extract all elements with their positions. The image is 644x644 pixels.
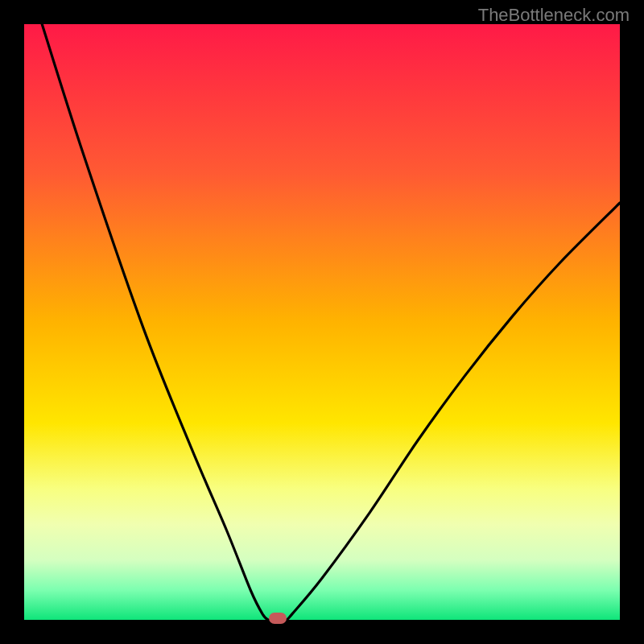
watermark-text: TheBottleneck.com [478,5,630,26]
bottleneck-curve [24,24,620,620]
plot-area [24,24,620,620]
optimum-marker [269,613,287,624]
chart-stage: TheBottleneck.com [0,0,644,644]
